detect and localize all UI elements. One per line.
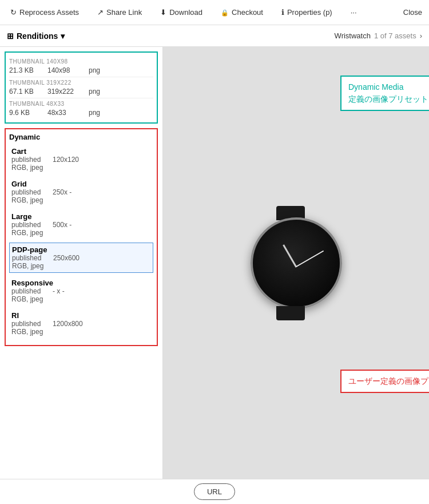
responsive-status: published	[11, 287, 46, 295]
info-icon	[281, 8, 284, 17]
dynamic-item-grid[interactable]: Grid published 250x - RGB, jpeg	[9, 177, 153, 207]
grid-dim: 250x -	[53, 188, 87, 196]
thumbnail-item-2[interactable]: THUMBNAIL 48X33 9.6 KB 48x33 png	[9, 98, 153, 119]
thumb-label-2: THUMBNAIL 48X33	[9, 101, 153, 107]
cart-dim: 120x120	[53, 156, 87, 164]
thumb-format-1: png	[89, 88, 100, 96]
responsive-dim: - x -	[53, 287, 87, 295]
reprocess-label: Reprocess Assets	[19, 8, 79, 17]
thumb-label-0: THUMBNAIL 140X98	[9, 58, 153, 65]
tooltip-bottom-text: ユーザー定義の画像プリセット	[348, 375, 429, 387]
secondary-bar: Renditions Wristwatch 1 of 7 assets	[0, 25, 429, 47]
dynamic-section: Dynamic Cart published 120x120 RGB, jpeg…	[5, 128, 158, 346]
thumb-format-2: png	[89, 109, 100, 117]
more-button[interactable]: ···	[347, 6, 360, 19]
properties-button[interactable]: Properties (p)	[278, 6, 336, 19]
grid-status: published	[11, 188, 46, 196]
dynamic-item-format-ri: RGB, jpeg	[11, 328, 151, 336]
watch-minute-hand	[296, 250, 324, 267]
properties-label: Properties (p)	[287, 8, 332, 17]
large-format: RGB, jpeg	[11, 229, 43, 237]
asset-name: Wristwatch	[335, 31, 371, 40]
cart-status: published	[11, 156, 46, 164]
dynamic-item-name-grid: Grid	[11, 180, 151, 188]
right-panel: Dynamic Media 定義の画像プリセット ユーザー定義の画像プリセット	[163, 47, 429, 479]
dynamic-item-responsive[interactable]: Responsive published - x - RGB, jpeg	[9, 276, 153, 305]
thumb-row-2: 9.6 KB 48x33 png	[9, 109, 153, 117]
large-dim: 500x -	[53, 221, 87, 229]
asset-count: 1 of 7 assets	[374, 31, 416, 40]
dynamic-item-row-ri: published 1200x800	[11, 320, 151, 328]
dynamic-item-ri[interactable]: RI published 1200x800 RGB, jpeg	[9, 309, 153, 338]
dynamic-item-large[interactable]: Large published 500x - RGB, jpeg	[9, 210, 153, 239]
renditions-dropdown-button[interactable]: Renditions	[7, 31, 65, 41]
thumb-dim-2: 48x33	[47, 109, 82, 117]
dynamic-item-row-grid: published 250x -	[11, 188, 151, 196]
dynamic-item-name-responsive: Responsive	[11, 279, 151, 287]
ri-format: RGB, jpeg	[11, 328, 43, 336]
pdp-status: published	[12, 254, 46, 262]
dynamic-item-pdp-page[interactable]: PDP-page published 250x600 RGB, jpeg	[9, 243, 153, 273]
checkout-label: Checkout	[232, 8, 263, 17]
thumb-row-1: 67.1 KB 319x222 png	[9, 88, 153, 96]
download-button[interactable]: Download	[157, 6, 206, 19]
responsive-format: RGB, jpeg	[11, 295, 43, 303]
dynamic-item-format-responsive: RGB, jpeg	[11, 295, 151, 303]
dynamic-item-name-ri: RI	[11, 311, 151, 320]
dynamic-item-format-grid: RGB, jpeg	[11, 196, 151, 204]
preview-background: Dynamic Media 定義の画像プリセット ユーザー定義の画像プリセット	[163, 47, 429, 479]
ri-status: published	[11, 320, 46, 328]
main-content: THUMBNAIL 140X98 21.3 KB 140x98 png THUM…	[0, 47, 429, 479]
checkout-button[interactable]: Checkout	[217, 6, 267, 19]
lock-icon	[221, 8, 229, 17]
renditions-label: Renditions	[17, 31, 58, 41]
thumb-size-0: 21.3 KB	[9, 66, 41, 74]
reprocess-icon	[10, 8, 17, 17]
thumb-row-0: 21.3 KB 140x98 png	[9, 66, 153, 74]
thumb-format-0: png	[89, 66, 100, 74]
dynamic-item-name-pdp: PDP-page	[12, 245, 150, 254]
thumb-dim-0: 140x98	[47, 66, 82, 74]
tooltip-dynamic-media: Dynamic Media 定義の画像プリセット	[340, 76, 429, 111]
left-panel: THUMBNAIL 140X98 21.3 KB 140x98 png THUM…	[0, 47, 163, 479]
watch-strap-bottom	[276, 306, 305, 320]
tooltip-line2: 定義の画像プリセット	[348, 93, 428, 105]
watch-preview-image	[245, 206, 348, 320]
share-icon	[97, 8, 104, 17]
renditions-icon	[7, 31, 14, 41]
dynamic-item-format-cart: RGB, jpeg	[11, 164, 151, 172]
dynamic-item-cart[interactable]: Cart published 120x120 RGB, jpeg	[9, 145, 153, 174]
bottom-bar: URL	[0, 479, 429, 504]
dynamic-item-row-pdp: published 250x600	[12, 254, 150, 262]
asset-info: Wristwatch 1 of 7 assets	[335, 31, 422, 40]
thumbnail-item-1[interactable]: THUMBNAIL 319X222 67.1 KB 319x222 png	[9, 77, 153, 98]
cart-format: RGB, jpeg	[11, 164, 43, 172]
grid-format: RGB, jpeg	[11, 196, 43, 204]
url-button[interactable]: URL	[194, 483, 235, 500]
dynamic-item-name-cart: Cart	[11, 147, 151, 156]
ri-dim: 1200x800	[53, 320, 87, 328]
watch-face	[253, 220, 340, 307]
tooltip-line1: Dynamic Media	[348, 81, 428, 93]
download-icon	[160, 8, 166, 17]
dynamic-section-header: Dynamic	[9, 133, 153, 141]
large-status: published	[11, 221, 46, 229]
share-label: Share Link	[106, 8, 142, 17]
thumb-dim-1: 319x222	[47, 88, 82, 96]
dynamic-item-name-large: Large	[11, 212, 151, 221]
chevron-right-icon[interactable]	[420, 31, 422, 40]
tooltip-user-defined: ユーザー定義の画像プリセット	[340, 370, 429, 393]
close-button[interactable]: Close	[403, 8, 422, 17]
main-toolbar: Reprocess Assets Share Link Download Che…	[0, 0, 429, 25]
share-link-button[interactable]: Share Link	[94, 6, 145, 19]
chevron-down-icon	[61, 31, 65, 41]
dynamic-item-format-pdp: RGB, jpeg	[12, 262, 150, 270]
watch-hour-hand	[283, 244, 297, 267]
thumbnail-section: THUMBNAIL 140X98 21.3 KB 140x98 png THUM…	[5, 51, 158, 124]
dynamic-item-row-large: published 500x -	[11, 221, 151, 229]
thumbnail-item-0[interactable]: THUMBNAIL 140X98 21.3 KB 140x98 png	[9, 56, 153, 77]
download-label: Download	[169, 8, 202, 17]
dynamic-item-format-large: RGB, jpeg	[11, 229, 151, 237]
thumb-size-2: 9.6 KB	[9, 109, 41, 117]
reprocess-assets-button[interactable]: Reprocess Assets	[7, 6, 82, 19]
